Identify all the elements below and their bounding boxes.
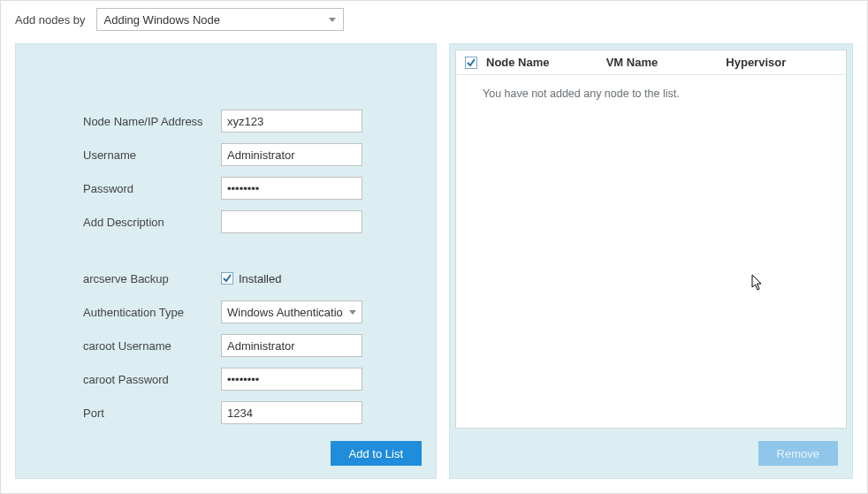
col-vm-name: VM Name	[606, 56, 727, 69]
username-label: Username	[83, 143, 216, 166]
caroot-password-label: caroot Password	[83, 368, 216, 391]
node-form-panel: Node Name/IP Address Username Password A…	[15, 43, 437, 479]
select-all-checkbox[interactable]	[465, 57, 477, 69]
check-icon	[223, 274, 232, 283]
auth-type-selected: Windows Authenticatio	[227, 306, 346, 319]
installed-checkbox[interactable]	[221, 272, 233, 285]
caroot-password-input[interactable]	[221, 368, 362, 391]
chevron-down-icon	[329, 18, 336, 22]
auth-type-dropdown[interactable]: Windows Authenticatio	[221, 300, 362, 323]
password-label: Password	[83, 177, 216, 200]
check-icon	[467, 58, 476, 67]
auth-type-label: Authentication Type	[83, 300, 216, 323]
chevron-down-icon	[349, 310, 356, 315]
node-name-input[interactable]	[221, 110, 362, 133]
arcserve-label: arcserve Backup	[83, 267, 216, 290]
remove-button[interactable]: Remove	[758, 441, 838, 466]
col-hypervisor: Hypervisor	[726, 56, 846, 69]
password-input[interactable]	[221, 177, 362, 200]
node-list-panel: Node Name VM Name Hypervisor You have no…	[449, 43, 853, 479]
caroot-username-input[interactable]	[221, 334, 362, 357]
add-nodes-by-label: Add nodes by	[15, 13, 86, 27]
add-nodes-by-dropdown[interactable]: Adding Windows Node	[96, 8, 344, 31]
add-to-list-button[interactable]: Add to List	[331, 441, 422, 466]
node-list-box: Node Name VM Name Hypervisor You have no…	[455, 49, 847, 429]
description-input[interactable]	[221, 210, 362, 233]
port-label: Port	[83, 401, 216, 424]
col-node-name: Node Name	[486, 56, 606, 69]
username-input[interactable]	[221, 143, 362, 166]
add-nodes-by-selected: Adding Windows Node	[104, 13, 329, 27]
description-label: Add Description	[83, 210, 216, 233]
node-list-header: Node Name VM Name Hypervisor	[456, 50, 846, 75]
port-input[interactable]	[221, 401, 362, 424]
node-name-label: Node Name/IP Address	[83, 110, 216, 133]
installed-checkbox-label: Installed	[239, 272, 281, 285]
node-list-empty-text: You have not added any node to the list.	[456, 75, 846, 112]
caroot-username-label: caroot Username	[83, 334, 216, 357]
